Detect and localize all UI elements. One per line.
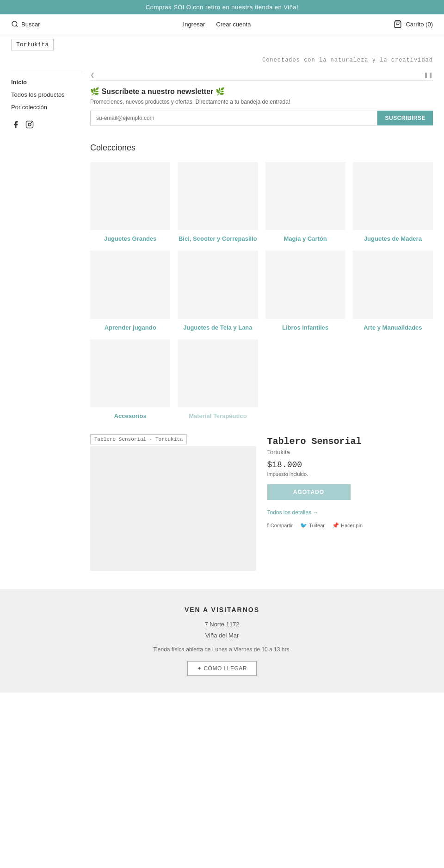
slideshow-prev[interactable]: ❮: [90, 72, 95, 78]
twitter-share-icon: 🐦: [300, 522, 307, 529]
collection-item-aprender[interactable]: Aprender jugando: [90, 250, 170, 331]
main-nav: Ingresar Crear cuenta: [183, 21, 251, 28]
collection-item-libros[interactable]: Libros Infantiles: [265, 250, 345, 331]
page-body: Inicio Todos los productos Por colección: [0, 72, 444, 580]
product-title: Tablero Sensorial: [267, 436, 433, 447]
product-vendor: Tortukita: [267, 449, 433, 456]
collection-item-juguetes-grandes[interactable]: Juguetes Grandes: [90, 162, 170, 243]
collections-title: Colecciones: [90, 143, 433, 153]
search-icon: [11, 20, 18, 28]
collection-label: Juguetes Grandes: [104, 235, 156, 243]
svg-rect-3: [26, 121, 33, 128]
product-image-label: Tablero Sensorial · Tortukita: [90, 434, 187, 444]
newsletter-subscribe-button[interactable]: SUSCRIBIRSE: [377, 111, 433, 125]
collection-item-accesorios[interactable]: Accesorios: [90, 339, 170, 420]
collection-item-madera[interactable]: Juguetes de Madera: [353, 162, 433, 243]
share-pinterest-button[interactable]: 📌 Hacer pin: [332, 522, 363, 529]
facebook-share-icon: f: [267, 522, 269, 529]
store-tagline: Conectados con la naturaleza y la creati…: [0, 53, 444, 67]
bottom-space: [0, 693, 444, 730]
newsletter-description: Promociones, nuevos productos y ofertas.…: [90, 99, 433, 105]
cart-icon: [394, 20, 402, 28]
collection-image: [353, 250, 433, 318]
search-button[interactable]: Buscar: [11, 20, 40, 28]
svg-line-1: [16, 25, 18, 27]
sidebar-item-todos[interactable]: Todos los productos: [11, 88, 83, 101]
login-link[interactable]: Ingresar: [183, 21, 205, 28]
tweet-label: Tuitear: [309, 523, 325, 528]
banner-text: Compras SÓLO con retiro en nuestra tiend…: [146, 4, 298, 11]
newsletter-form: SUSCRIBIRSE: [90, 111, 433, 125]
sidebar-item-coleccion[interactable]: Por colección: [11, 101, 83, 113]
search-label: Buscar: [21, 21, 40, 28]
collection-item-material[interactable]: Material Terapéutico: [178, 339, 258, 420]
collection-image: [178, 162, 258, 230]
product-section: Tablero Sensorial · Tortukita Tablero Se…: [90, 434, 433, 571]
slideshow-controls: ❮ ❚❚: [90, 72, 433, 78]
facebook-icon[interactable]: [11, 120, 20, 129]
collection-image: [265, 162, 345, 230]
pinterest-share-icon: 📌: [332, 522, 339, 529]
collection-item-bici[interactable]: Bici, Scooter y Correpasillo: [178, 162, 258, 243]
svg-point-5: [31, 123, 32, 123]
collection-image: [353, 162, 433, 230]
footer-hours: Tienda física abierta de Lunes a Viernes…: [11, 646, 433, 653]
instagram-icon[interactable]: [25, 120, 34, 129]
collection-image: [178, 339, 258, 407]
product-image-area: Tablero Sensorial · Tortukita: [90, 434, 256, 571]
collection-image: [178, 250, 258, 318]
footer-address-line1: 7 Norte 1172: [204, 621, 239, 628]
collection-label: Magia y Cartón: [284, 235, 327, 243]
product-info: Tablero Sensorial Tortukita $18.000 Impu…: [267, 434, 433, 571]
collection-label: Aprender jugando: [105, 324, 156, 332]
header-left: Buscar: [11, 20, 40, 28]
collection-label: Libros Infantiles: [282, 324, 328, 332]
store-name: Tortukita: [16, 41, 49, 48]
pin-label: Hacer pin: [341, 523, 363, 528]
register-link[interactable]: Crear cuenta: [216, 21, 251, 28]
top-banner: Compras SÓLO con retiro en nuestra tiend…: [0, 0, 444, 14]
sidebar-social: [11, 120, 83, 129]
collection-image: [90, 250, 170, 318]
svg-point-0: [12, 21, 17, 26]
collection-image: [265, 250, 345, 318]
svg-point-4: [28, 123, 31, 126]
store-logo[interactable]: Tortukita: [11, 39, 54, 50]
product-image: [90, 446, 256, 571]
product-tax: Impuesto incluido.: [267, 471, 433, 477]
collection-label: Bici, Scooter y Correpasillo: [179, 235, 257, 243]
main-content: ❮ ❚❚ 🌿 Suscríbete a nuestro newsletter 🌿…: [83, 72, 433, 580]
cart-button[interactable]: Carrito (0): [394, 20, 433, 28]
directions-button[interactable]: ✦ CÓMO LLEGAR: [187, 661, 257, 676]
footer-visit: VEN A VISITARNOS 7 Norte 1172 Viña del M…: [0, 589, 444, 693]
store-logo-area: Tortukita: [0, 34, 444, 53]
header: Buscar Ingresar Crear cuenta Carrito (0): [0, 14, 444, 34]
footer-address: 7 Norte 1172 Viña del Mar: [11, 619, 433, 641]
collections-section: Colecciones Juguetes Grandes Bici, Scoot…: [90, 143, 433, 420]
share-facebook-button[interactable]: f Compartir: [267, 522, 293, 529]
add-to-cart-button[interactable]: AGOTADO: [267, 484, 351, 500]
share-twitter-button[interactable]: 🐦 Tuitear: [300, 522, 325, 529]
collection-label: Juguetes de Madera: [364, 235, 422, 243]
collection-item-arte[interactable]: Arte y Manualidades: [353, 250, 433, 331]
sidebar-nav: Inicio Todos los productos Por colección: [11, 72, 83, 113]
sidebar-item-inicio[interactable]: Inicio: [11, 76, 83, 88]
newsletter-title: 🌿 Suscríbete a nuestro newsletter 🌿: [90, 87, 433, 96]
footer-address-line2: Viña del Mar: [205, 632, 239, 639]
newsletter-email-input[interactable]: [90, 111, 377, 125]
sidebar: Inicio Todos los productos Por colección: [11, 72, 83, 580]
collection-label: Accesorios: [114, 412, 147, 420]
collection-item-magia[interactable]: Magia y Cartón: [265, 162, 345, 243]
collection-item-tela[interactable]: Juguetes de Tela y Lana: [178, 250, 258, 331]
slideshow-pause[interactable]: ❚❚: [424, 72, 433, 78]
product-share: f Compartir 🐦 Tuitear 📌 Hacer pin: [267, 522, 433, 529]
collections-grid: Juguetes Grandes Bici, Scooter y Correpa…: [90, 162, 433, 420]
collection-label: Material Terapéutico: [189, 412, 247, 420]
collection-label: Juguetes de Tela y Lana: [183, 324, 252, 332]
product-details-link[interactable]: Todos los detalles →: [267, 509, 433, 516]
share-label: Compartir: [271, 523, 293, 528]
collection-image: [90, 162, 170, 230]
newsletter-section: 🌿 Suscríbete a nuestro newsletter 🌿 Prom…: [90, 80, 433, 134]
cart-label: Carrito (0): [406, 21, 433, 28]
collection-label: Arte y Manualidades: [364, 324, 422, 332]
